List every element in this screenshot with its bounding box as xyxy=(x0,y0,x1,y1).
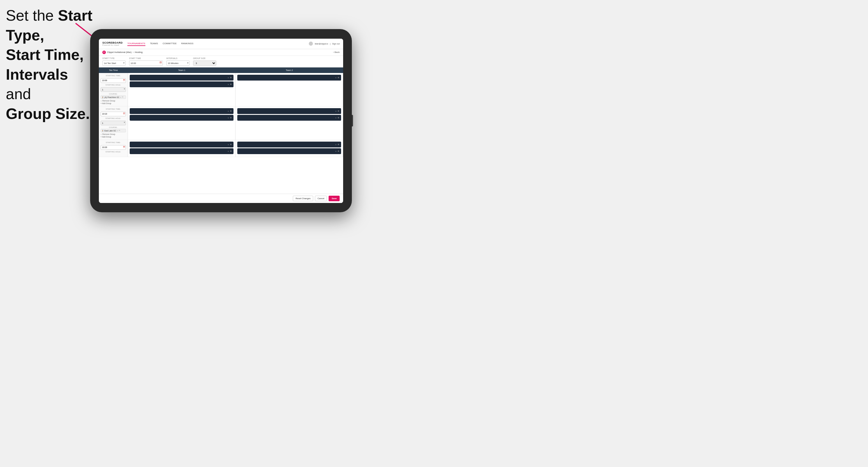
tablet-side-button xyxy=(352,115,353,126)
save-button[interactable]: Save xyxy=(329,196,340,201)
start-time-input[interactable] xyxy=(129,61,163,66)
edit-course-1[interactable]: ✏ xyxy=(122,96,124,98)
group-size-label: Group Size xyxy=(193,57,216,59)
expand-player-icon[interactable]: ⊕ xyxy=(230,150,232,152)
team1-col-1: × ⊕ × ⊕ xyxy=(128,73,236,106)
group-size-select[interactable]: 3 2 4 xyxy=(193,61,216,66)
player-row: × ⊕ xyxy=(130,108,234,114)
course-label-2: COURSE: xyxy=(101,126,126,128)
player-row: × ⊕ xyxy=(237,142,341,148)
logo: SCOREBOARD Powered by clippd xyxy=(102,41,123,46)
user-email: blair@clippd.io xyxy=(315,43,328,45)
close-player-icon[interactable]: × xyxy=(228,150,229,152)
team1-col-3: × ⊕ × ⊕ xyxy=(128,140,236,157)
expand-player-icon[interactable]: ⊕ xyxy=(230,76,232,79)
expand-player-icon[interactable]: ⊕ xyxy=(230,117,232,119)
nav-committee[interactable]: COMMITTEE xyxy=(162,41,177,46)
starting-time-input-2[interactable] xyxy=(101,112,126,116)
main-content[interactable]: STARTING TIME: STARTING HOLE: 1 COURSE: … xyxy=(99,73,343,194)
avatar xyxy=(309,41,313,45)
controls-bar: Start Type 1st Tee Start Shotgun Start S… xyxy=(99,56,343,68)
expand-player-icon[interactable]: ⊕ xyxy=(338,150,339,152)
close-player-icon[interactable]: × xyxy=(228,110,229,112)
starting-time-input-wrap-2 xyxy=(101,111,126,116)
close-player-icon[interactable]: × xyxy=(335,144,336,146)
close-player-icon[interactable]: × xyxy=(335,110,336,112)
nav-tournaments[interactable]: TOURNAMENTS xyxy=(127,41,145,46)
nav-right: blair@clippd.io | Sign out xyxy=(309,41,340,45)
starting-time-label-2: STARTING TIME: xyxy=(101,108,126,110)
tee-time-col-1: STARTING TIME: STARTING HOLE: 1 COURSE: … xyxy=(99,73,128,106)
starting-hole-select-2[interactable]: 1 xyxy=(101,121,126,125)
close-player-icon[interactable]: × xyxy=(228,144,229,146)
course-label-1: COURSE: xyxy=(101,93,126,95)
annotation-text: Set the Start Type, Start Time, Interval… xyxy=(6,6,93,124)
player-row: × ⊕ xyxy=(130,82,234,87)
remove-course-1[interactable]: × xyxy=(120,96,121,98)
starting-time-label-3: STARTING TIME: xyxy=(101,142,126,143)
group-size-group: Group Size 3 2 4 xyxy=(193,57,216,66)
starting-time-input-1[interactable] xyxy=(101,78,126,83)
logo-c: C xyxy=(102,51,106,54)
tablet-shell: SCOREBOARD Powered by clippd TOURNAMENTS… xyxy=(90,29,352,212)
start-type-select[interactable]: 1st Tee Start Shotgun Start xyxy=(102,61,126,66)
expand-player-icon[interactable]: ⊕ xyxy=(338,143,339,146)
nav-teams[interactable]: TEAMS xyxy=(150,41,158,46)
starting-hole-wrap-2: 1 xyxy=(101,120,126,126)
add-group-btn-2[interactable]: + Add Group xyxy=(101,136,126,138)
sign-out-link[interactable]: Sign out xyxy=(332,43,340,45)
group-actions-1: ○ Remove Group + Add Group xyxy=(101,100,126,104)
pipe-separator: | xyxy=(330,43,330,45)
starting-time-input-wrap-1 xyxy=(101,77,126,83)
starting-hole-label-2: STARTING HOLE: xyxy=(101,118,126,119)
group-size-wrapper: 3 2 4 xyxy=(193,60,216,66)
close-player-icon[interactable]: × xyxy=(228,117,229,119)
expand-player-icon[interactable]: ⊕ xyxy=(338,117,339,119)
remove-group-btn-1[interactable]: ○ Remove Group xyxy=(101,100,126,102)
tablet-screen: SCOREBOARD Powered by clippd TOURNAMENTS… xyxy=(99,39,343,203)
starting-time-input-3[interactable] xyxy=(101,145,126,150)
tee-time-col-2: STARTING TIME: STARTING HOLE: 1 COURSE: … xyxy=(99,106,128,139)
expand-player-icon[interactable]: ⊕ xyxy=(230,143,232,146)
tournament-name: Clippd Invitational (Mar) xyxy=(107,51,131,54)
close-player-icon[interactable]: × xyxy=(335,150,336,152)
group-actions-2: ○ Remove Group + Add Group xyxy=(101,133,126,138)
reset-changes-button[interactable]: Reset Changes xyxy=(293,196,313,201)
starting-hole-label-3: STARTING HOLE: xyxy=(101,151,126,153)
close-player-icon[interactable]: × xyxy=(335,117,336,119)
team2-col-3: × ⊕ × ⊕ xyxy=(236,140,343,157)
table-row: STARTING TIME: STARTING HOLE: 1 COURSE: … xyxy=(99,106,343,140)
course-tag-1: 🏌 (A) Peachtree GC × ✏ xyxy=(101,95,126,99)
course-name-2: East Lake GC xyxy=(104,130,116,132)
back-button[interactable]: ‹ Back xyxy=(333,51,340,54)
add-group-btn-1[interactable]: + Add Group xyxy=(101,102,126,104)
cancel-button[interactable]: Cancel xyxy=(315,196,327,201)
close-player-icon[interactable]: × xyxy=(228,77,229,79)
remove-course-2[interactable]: × xyxy=(117,130,118,132)
tee-time-col-3: STARTING TIME: STARTING HOLE: xyxy=(99,140,128,157)
player-row: × ⊕ xyxy=(237,115,341,121)
remove-group-btn-2[interactable]: ○ Remove Group xyxy=(101,133,126,135)
expand-player-icon[interactable]: ⊕ xyxy=(338,110,339,112)
player-row: × ⊕ xyxy=(130,148,234,154)
edit-course-2[interactable]: ✏ xyxy=(119,129,120,132)
table-header: Tee Time Team 1 Team 2 xyxy=(99,67,343,73)
close-player-icon[interactable]: × xyxy=(335,77,336,79)
player-row: × ⊕ xyxy=(237,108,341,114)
expand-player-icon[interactable]: ⊕ xyxy=(230,110,232,112)
close-player-icon[interactable]: × xyxy=(228,84,229,86)
nav-bar: SCOREBOARD Powered by clippd TOURNAMENTS… xyxy=(99,39,343,49)
expand-player-icon[interactable]: ⊕ xyxy=(230,83,232,86)
starting-hole-select-1[interactable]: 1 xyxy=(101,87,126,92)
col-team2: Team 2 xyxy=(236,69,343,71)
player-row: × ⊕ xyxy=(130,115,234,121)
start-type-group: Start Type 1st Tee Start Shotgun Start xyxy=(102,57,126,66)
intervals-select[interactable]: 10 Minutes 8 Minutes 12 Minutes xyxy=(166,61,190,66)
expand-player-icon[interactable]: ⊕ xyxy=(338,76,339,79)
starting-hole-label-1: STARTING HOLE: xyxy=(101,84,126,86)
player-row: × ⊕ xyxy=(237,75,341,81)
start-type-label: Start Type xyxy=(102,57,126,59)
player-row: × ⊕ xyxy=(130,142,234,148)
team2-col-1: × ⊕ xyxy=(236,73,343,106)
nav-rankings[interactable]: RANKINGS xyxy=(181,41,193,46)
